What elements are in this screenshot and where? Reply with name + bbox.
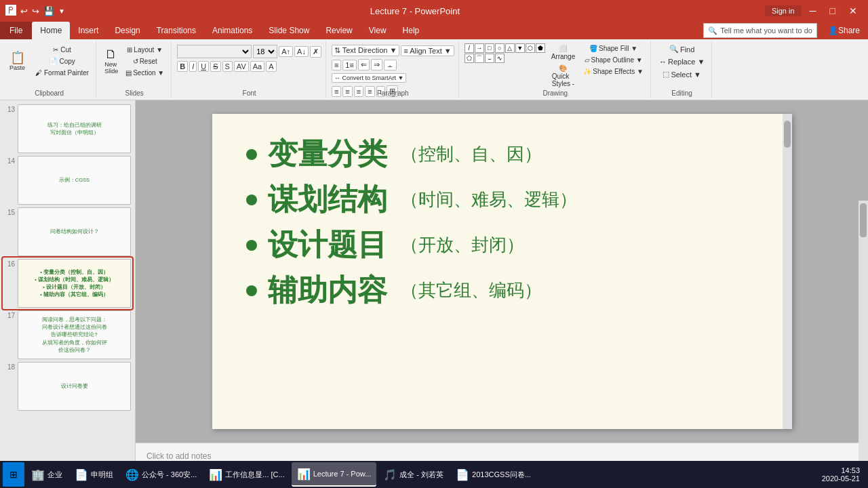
spacing-btn[interactable]: AV xyxy=(234,61,249,72)
increase-font-btn[interactable]: A↑ xyxy=(279,46,293,57)
music-icon: 🎵 xyxy=(383,468,397,481)
slide-thumb-text: 写封面信（申明组） xyxy=(50,129,99,136)
select-icon: ⬚ xyxy=(663,70,669,79)
smartart-btn[interactable]: ↔ Convert to SmartArt ▼ xyxy=(332,73,406,83)
cut-button[interactable]: ✂ Cut xyxy=(33,45,92,55)
clear-format-btn[interactable]: ✗ xyxy=(310,46,321,58)
format-painter-icon: 🖌 xyxy=(35,69,42,77)
arrange-button[interactable]: ⬜ Arrange xyxy=(549,43,578,62)
tab-animations[interactable]: Animations xyxy=(204,22,260,39)
ribbon-tabs: File Home Insert Design Transitions Anim… xyxy=(0,22,868,39)
font-name-select[interactable] xyxy=(177,45,252,58)
ribbon-group-slides: 🗋 NewSlide ⊞ Layout ▼ ↺ Reset ▤ Section … xyxy=(98,41,172,98)
shape-fill-button[interactable]: 🪣 Shape Fill ▼ xyxy=(580,43,646,54)
ribbon-search[interactable]: 🔍 Tell me what you want to do xyxy=(703,23,817,38)
canvas-scrollbar-thumb[interactable] xyxy=(784,121,791,148)
taskbar-app-shenmingzu[interactable]: 📄 申明组 xyxy=(69,462,119,487)
italic-btn[interactable]: I xyxy=(189,61,197,72)
tab-help[interactable]: Help xyxy=(395,22,428,39)
paste-button[interactable]: 📋 Paste xyxy=(7,50,28,73)
copy-button[interactable]: 📄 Copy xyxy=(33,56,92,66)
tab-design[interactable]: Design xyxy=(106,22,148,39)
music-label: 成全 - 刘若英 xyxy=(399,470,443,480)
undo-btn[interactable]: ↩ xyxy=(20,6,28,16)
minimize-icon[interactable]: ─ xyxy=(804,0,822,22)
align-text-btn[interactable]: ≡ Align Text ▼ xyxy=(401,45,454,56)
increase-indent-btn[interactable]: ⇒ xyxy=(371,59,382,70)
slide-item-14[interactable]: 14示例：CGSS xyxy=(3,155,132,206)
share-btn[interactable]: 👤 Share xyxy=(820,22,868,39)
rect-shape[interactable]: □ xyxy=(485,43,494,53)
more-shapes[interactable]: ▼ xyxy=(515,43,525,53)
arrow-shape[interactable]: → xyxy=(475,43,484,53)
slide-item-16[interactable]: 16• 变量分类（控制、自、因）• 谋划结构（时间、难易、逻辑）• 设计题目（开… xyxy=(3,258,132,309)
replace-button[interactable]: ↔ Replace ▼ xyxy=(656,56,707,67)
taskbar-app-enterprise[interactable]: 🏢 企业 xyxy=(26,462,68,487)
paragraph-label: Paragraph xyxy=(328,89,458,97)
shape-5[interactable]: ⌒ xyxy=(475,54,484,63)
start-button[interactable]: ⊞ xyxy=(3,462,24,487)
save-icon[interactable]: 💾 xyxy=(43,6,54,16)
bullet-sub-3: （开放、封闭） xyxy=(401,233,524,257)
signin-button[interactable]: Sign in xyxy=(765,5,802,16)
quick-styles-button[interactable]: 🎨 QuickStyles - xyxy=(549,63,578,89)
decrease-font-btn[interactable]: A↓ xyxy=(294,46,309,57)
text-direction-btn[interactable]: ⇅ Text Direction ▼ xyxy=(332,45,399,56)
tab-insert[interactable]: Insert xyxy=(70,22,106,39)
char-spacing-btn[interactable]: A xyxy=(266,61,276,72)
close-icon[interactable]: ✕ xyxy=(844,0,863,22)
shadow-btn[interactable]: S xyxy=(222,61,233,72)
bold-btn[interactable]: B xyxy=(177,61,188,72)
shape-3[interactable]: ⬟ xyxy=(536,43,545,53)
tab-review[interactable]: Review xyxy=(317,22,360,39)
canvas-scrollbar[interactable] xyxy=(783,114,792,429)
oval-shape[interactable]: ○ xyxy=(495,43,505,53)
strikethrough-btn[interactable]: S xyxy=(210,61,220,72)
bullets-btn[interactable]: ≡ xyxy=(332,60,341,70)
main-scrollbar[interactable] xyxy=(859,201,868,488)
shenmingzu-label: 申明组 xyxy=(91,470,113,480)
numbered-btn[interactable]: 1≡ xyxy=(342,60,357,70)
taskbar-app-powerpoint[interactable]: 📊 Lecture 7 - Pow... xyxy=(292,462,377,487)
reset-button[interactable]: ↺ Reset xyxy=(123,56,167,66)
layout-button[interactable]: ⊞ Layout ▼ xyxy=(123,45,167,55)
decrease-indent-btn[interactable]: ⇐ xyxy=(358,59,370,70)
quick-access-dropdown[interactable]: ▼ xyxy=(58,7,65,15)
taskbar-app-excel[interactable]: 📊 工作信息显... [C... xyxy=(203,462,290,487)
triangle-shape[interactable]: △ xyxy=(505,43,515,53)
taskbar-app-cgss[interactable]: 📄 2013CGSS问卷... xyxy=(450,462,536,487)
shape-effects-button[interactable]: ✨ Shape Effects ▼ xyxy=(580,66,646,77)
font-size-select[interactable]: 18 xyxy=(253,45,277,58)
taskbar-app-music[interactable]: 🎵 成全 - 刘若英 xyxy=(378,462,449,487)
slide-panel[interactable]: 13练习：给自己组的调研写封面信（申明组）14示例：CGSS15问卷结构如何设计… xyxy=(0,100,136,469)
select-button[interactable]: ⬚ Select ▼ xyxy=(656,68,707,80)
columns-btn[interactable]: ⫠ xyxy=(384,60,397,70)
tab-home[interactable]: Home xyxy=(32,22,70,39)
shape-2[interactable]: ⬡ xyxy=(526,43,535,53)
underline-btn[interactable]: U xyxy=(198,61,209,72)
maximize-icon[interactable]: □ xyxy=(825,0,841,22)
font-color-btn[interactable]: Aa xyxy=(250,61,264,72)
redo-btn[interactable]: ↪ xyxy=(32,6,39,16)
shape-6[interactable]: ⌣ xyxy=(485,54,494,63)
new-slide-button[interactable]: 🗋 NewSlide xyxy=(102,47,121,76)
shape-4[interactable]: ⬠ xyxy=(465,54,474,63)
tab-slideshow[interactable]: Slide Show xyxy=(260,22,317,39)
tab-file[interactable]: File xyxy=(0,22,32,39)
tab-transitions[interactable]: Transitions xyxy=(149,22,204,39)
find-button[interactable]: 🔍 Find xyxy=(656,43,707,55)
shape-outline-button[interactable]: ▱ Shape Outline ▼ xyxy=(580,55,646,65)
line-shape[interactable]: / xyxy=(465,43,474,53)
slide-item-13[interactable]: 13练习：给自己组的调研写封面信（申明组） xyxy=(3,103,132,155)
format-painter-button[interactable]: 🖌 Format Painter xyxy=(33,68,92,78)
slide-num-18: 18 xyxy=(4,363,15,371)
tab-view[interactable]: View xyxy=(361,22,395,39)
shape-7[interactable]: ∿ xyxy=(495,54,505,63)
slide-item-17[interactable]: 17阅读问卷，思考以下问题：问卷设计者想通过这份问卷告诉哪些研究结论?从填写者的… xyxy=(3,309,132,361)
slide-thumb-text: 问卷结构如何设计？ xyxy=(50,228,99,235)
slide-item-18[interactable]: 18设计问卷要 xyxy=(3,361,132,412)
taskbar-app-gongzhonghao[interactable]: 🌐 公众号 - 360安... xyxy=(120,462,202,487)
slide-item-15[interactable]: 15问卷结构如何设计？ xyxy=(3,206,132,258)
section-button[interactable]: ▤ Section ▼ xyxy=(123,68,167,78)
main-scrollbar-thumb[interactable] xyxy=(860,203,867,237)
